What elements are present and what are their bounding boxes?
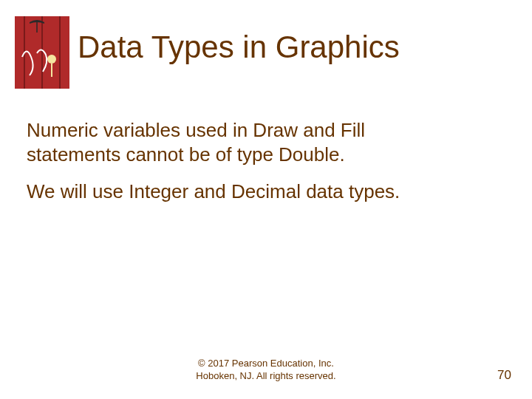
paragraph-1: Numeric variables used in Draw and Fill … [27, 118, 365, 166]
para1-line1: Numeric variables used in Draw and Fill [27, 119, 365, 141]
svg-rect-3 [59, 16, 61, 89]
footer-line1: © 2017 Pearson Education, Inc. [198, 358, 334, 369]
svg-point-5 [47, 55, 56, 64]
footer-line2: Hoboken, NJ. All rights reserved. [196, 370, 335, 381]
svg-rect-2 [41, 16, 43, 89]
slide-title: Data Types in Graphics [78, 30, 400, 65]
book-cover-logo [15, 16, 69, 89]
para1-line2: statements cannot be of type Double. [27, 143, 345, 166]
copyright-footer: © 2017 Pearson Education, Inc. Hoboken, … [0, 358, 532, 383]
paragraph-2: We will use Integer and Decimal data typ… [27, 180, 400, 204]
page-number: 70 [497, 368, 511, 383]
